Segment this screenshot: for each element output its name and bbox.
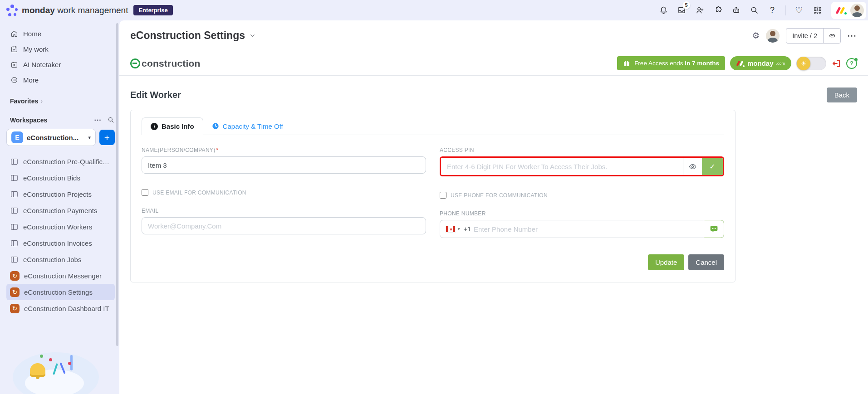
sidebar-board-item[interactable]: eConstruction Pre-Qualificat... xyxy=(6,153,115,170)
board-icon xyxy=(10,158,19,165)
sidebar-item-home[interactable]: Home xyxy=(6,26,115,41)
tab-basic-info[interactable]: i Basic Info xyxy=(142,117,203,135)
page-title: Edit Worker xyxy=(130,90,181,100)
sidebar-app-item[interactable]: ↻ eConstruction Settings xyxy=(6,284,115,300)
help-icon[interactable]: ? xyxy=(765,3,780,18)
sidebar-board-item[interactable]: eConstruction Jobs xyxy=(6,251,115,268)
apps-marketplace-icon[interactable] xyxy=(710,3,726,18)
board-item-label: eConstruction Projects xyxy=(23,190,92,198)
workspaces-search-icon[interactable] xyxy=(107,116,115,124)
monday-pill-name: monday xyxy=(747,59,774,67)
sidebar-board-item[interactable]: eConstruction Workers xyxy=(6,219,115,235)
board-icon xyxy=(10,174,19,182)
board-options-icon[interactable]: ⋯ xyxy=(847,30,857,41)
sidebar-board-item[interactable]: eConstruction Payments xyxy=(6,202,115,219)
phone-input[interactable] xyxy=(474,225,704,233)
favorites-label: Favorites xyxy=(10,97,38,105)
sidebar-app-item[interactable]: ↻ eConstruction Dashboard IT xyxy=(6,300,115,316)
clock-icon xyxy=(212,122,219,130)
country-selector[interactable]: ▾ xyxy=(440,226,464,233)
show-pin-eye-icon[interactable] xyxy=(683,158,702,175)
econstruction-logo-text: construction xyxy=(142,58,201,69)
update-button[interactable]: Update xyxy=(648,254,684,270)
sidebar-board-item[interactable]: eConstruction Invoices xyxy=(6,235,115,251)
more-icon xyxy=(10,76,19,84)
email-label: EMAIL xyxy=(142,208,426,214)
sidebar-app-item[interactable]: ↻ eConstruction Messenger xyxy=(6,268,115,284)
product-switcher-icon[interactable] xyxy=(809,3,825,18)
board-settings-gear-icon[interactable]: ⚙ xyxy=(752,30,760,41)
edit-worker-card: i Basic Info Capacity & Time Off NAME(PE… xyxy=(130,110,736,282)
cancel-button[interactable]: Cancel xyxy=(688,254,724,270)
board-item-label: eConstruction Payments xyxy=(23,207,97,214)
app-item-label: eConstruction Settings xyxy=(24,288,93,296)
ai-assistant-icon[interactable] xyxy=(728,3,744,18)
trial-badge[interactable]: Free Access ends in 7 months xyxy=(617,56,725,70)
chevron-down-icon: ▾ xyxy=(458,227,460,231)
name-input[interactable] xyxy=(142,156,426,174)
sidebar-item-label: Home xyxy=(23,30,41,38)
required-asterisk: * xyxy=(216,147,218,153)
sidebar-item-my-work[interactable]: My work xyxy=(6,41,115,57)
whats-new-heart-icon[interactable]: ♡ xyxy=(791,3,807,18)
invite-button[interactable]: Invite / 2 xyxy=(786,29,823,43)
back-button[interactable]: Back xyxy=(827,88,857,102)
sidebar-scrollbar[interactable] xyxy=(116,23,118,346)
email-input[interactable] xyxy=(142,217,426,234)
sidebar-board-item[interactable]: eConstruction Projects xyxy=(6,186,115,202)
favorites-section[interactable]: Favorites › xyxy=(10,97,115,105)
inbox-tray-icon[interactable]: 5 xyxy=(674,3,689,18)
use-email-checkbox[interactable] xyxy=(142,189,148,196)
board-title[interactable]: eConstruction Settings xyxy=(130,29,255,42)
board-item-label: eConstruction Jobs xyxy=(23,256,81,263)
appbar-actions: Free Access ends in 7 months monday.com … xyxy=(617,56,857,70)
board-icon xyxy=(10,239,19,247)
logout-icon[interactable] xyxy=(831,58,841,68)
use-phone-checkbox[interactable] xyxy=(440,192,446,199)
user-avatar[interactable] xyxy=(850,4,864,17)
board-item-label: eConstruction Invoices xyxy=(23,239,92,247)
send-sms-button[interactable] xyxy=(704,220,724,238)
page-title-row: Edit Worker Back xyxy=(119,76,868,110)
app-help-icon[interactable]: ? xyxy=(846,58,857,69)
copy-link-icon[interactable] xyxy=(823,29,840,43)
trial-badge-text: Free Access ends in 7 months xyxy=(634,60,719,67)
monday-pill-tld: .com xyxy=(776,61,785,66)
workspaces-options-icon[interactable]: ⋯ xyxy=(94,116,102,124)
sidebar-board-item[interactable]: eConstruction Bids xyxy=(6,170,115,186)
monday-com-badge[interactable]: monday.com xyxy=(730,56,791,70)
inbox-count-badge: 5 xyxy=(682,1,690,9)
board-title-text: eConstruction Settings xyxy=(130,29,245,42)
invite-group: Invite / 2 xyxy=(786,28,841,44)
econstruction-logo-e-icon xyxy=(130,58,140,68)
form-tabs: i Basic Info Capacity & Time Off xyxy=(142,117,724,135)
form-grid: NAME(PERSON/COMPANY)* USE EMAIL FOR COMM… xyxy=(142,147,724,238)
access-pin-input[interactable] xyxy=(441,158,683,175)
board-icon xyxy=(10,207,19,214)
workspace-selector-row: E eConstruction... ▾ + xyxy=(6,129,115,146)
app-item-label: eConstruction Dashboard IT xyxy=(24,305,109,312)
tab-capacity-time-off[interactable]: Capacity & Time Off xyxy=(203,117,292,135)
confirm-pin-button[interactable]: ✓ xyxy=(702,158,723,175)
account-chip[interactable] xyxy=(831,2,866,19)
sidebar-item-more[interactable]: More xyxy=(6,72,115,88)
left-sidebar: Home My work AI Notetaker More Favorites… xyxy=(0,20,119,394)
right-column: ACCESS PIN ✓ USE PHONE FOR COMMUNICATION… xyxy=(440,147,724,238)
seasonal-illustration xyxy=(0,321,109,394)
notifications-bell-icon[interactable] xyxy=(656,3,671,18)
board-owner-avatar[interactable] xyxy=(766,29,780,43)
sidebar-item-ai-notetaker[interactable]: AI Notetaker xyxy=(6,57,115,72)
theme-toggle[interactable]: ☀ xyxy=(796,57,826,70)
board-header-actions: ⚙ Invite / 2 ⋯ xyxy=(752,28,857,44)
brand-suffix: work management xyxy=(57,5,128,15)
use-email-label: USE EMAIL FOR COMMUNICATION xyxy=(152,190,246,196)
add-workspace-button[interactable]: + xyxy=(99,130,115,145)
invite-members-icon[interactable] xyxy=(692,3,707,18)
search-icon[interactable] xyxy=(746,3,762,18)
workspace-dropdown[interactable]: E eConstruction... ▾ xyxy=(6,129,96,146)
home-icon xyxy=(10,29,19,38)
board-icon xyxy=(10,223,19,231)
use-email-row: USE EMAIL FOR COMMUNICATION xyxy=(142,189,426,196)
board-item-label: eConstruction Workers xyxy=(23,223,92,231)
econstruction-logo: construction xyxy=(130,58,201,69)
